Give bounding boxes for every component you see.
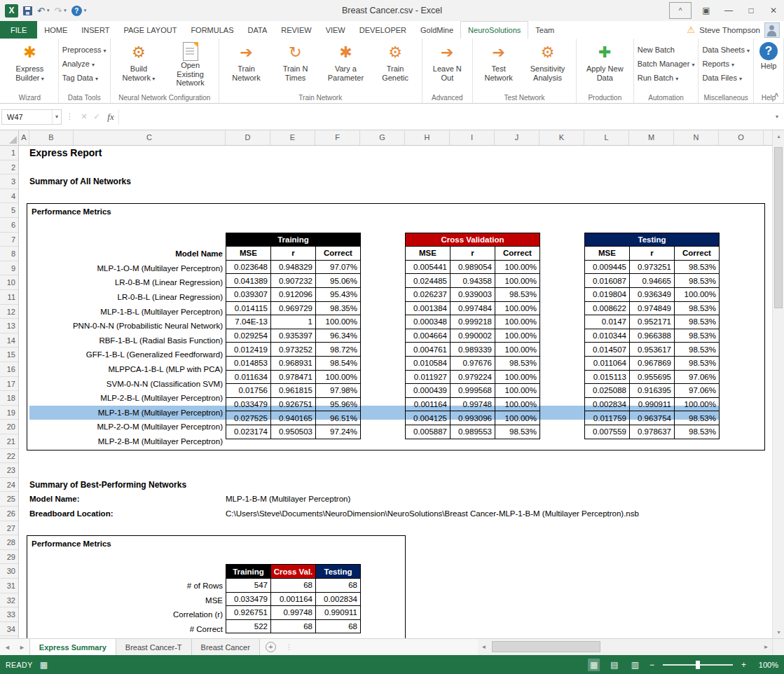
normal-view-icon[interactable]: ▦: [588, 659, 600, 671]
metric-cell[interactable]: 0.935397: [270, 329, 315, 343]
tab-formulas[interactable]: FORMULAS: [184, 21, 240, 39]
metric-cell[interactable]: 0.94665: [629, 274, 674, 288]
metric-cell[interactable]: 0.978637: [629, 425, 674, 439]
metric-cell[interactable]: 0.990911: [316, 606, 361, 620]
zoom-slider[interactable]: [663, 664, 733, 666]
train-genetic-button[interactable]: ⚙Train Genetic: [373, 40, 418, 92]
model-name-cell[interactable]: MLP-1-B-M (Multilayer Perceptron): [29, 406, 226, 420]
metric-cell[interactable]: 0.907232: [270, 274, 315, 288]
vary-a-parameter-button[interactable]: ✱Vary a Parameter: [321, 40, 371, 92]
metric-cell[interactable]: 98.53%: [674, 315, 719, 329]
metric-cell[interactable]: 0.010344: [585, 329, 630, 343]
metric-cell[interactable]: 0.033479: [226, 397, 271, 411]
metric-cell[interactable]: 95.96%: [315, 397, 360, 411]
metric-cell[interactable]: 68: [271, 578, 316, 592]
new-batch-button[interactable]: New Batch: [638, 46, 695, 54]
column-header-F[interactable]: F: [315, 130, 360, 145]
metric-cell[interactable]: 0.023648: [226, 260, 271, 274]
scroll-right-icon[interactable]: ►: [760, 639, 772, 655]
open-existing-network-button[interactable]: Open Existing Network: [165, 40, 215, 92]
report-title[interactable]: Express Report: [29, 146, 102, 160]
tab-home[interactable]: HOME: [37, 21, 74, 39]
metric-row-label[interactable]: # Correct: [29, 622, 226, 637]
metric-cell[interactable]: 100.00%: [495, 397, 539, 411]
metric-cell[interactable]: 0.939003: [450, 287, 495, 301]
metric-cell[interactable]: 0.974849: [629, 301, 674, 315]
sheet-tab-express-summary[interactable]: Express Summary: [29, 639, 116, 655]
metric-cell[interactable]: 0.005887: [406, 425, 451, 439]
metric-cell[interactable]: 0.001164: [271, 592, 316, 606]
metric-cell[interactable]: 0.019804: [585, 287, 630, 301]
metric-cell[interactable]: 0.012419: [226, 343, 271, 357]
metric-cell[interactable]: 0.978471: [270, 370, 315, 384]
metric-cell[interactable]: 98.53%: [674, 343, 719, 357]
scroll-left-icon[interactable]: ◄: [478, 639, 490, 655]
model-name-cell[interactable]: MLP-1-O-M (Multilayer Perceptron): [29, 261, 226, 276]
metric-cell[interactable]: 95.06%: [315, 274, 360, 288]
column-header-I[interactable]: I: [450, 130, 495, 145]
metric-cell[interactable]: 0.026237: [406, 287, 451, 301]
sensitivity-analysis-button[interactable]: ⚙Sensitivity Analysis: [523, 40, 572, 92]
expand-formula-bar-icon[interactable]: ▾: [771, 114, 783, 120]
scroll-up-icon[interactable]: ▴: [773, 130, 784, 142]
metric-cell[interactable]: 98.53%: [674, 425, 719, 439]
metric-cell[interactable]: 0.011634: [226, 370, 271, 384]
metric-cell[interactable]: 0.968931: [270, 356, 315, 370]
metric-cell[interactable]: 97.24%: [315, 425, 360, 439]
metric-cell[interactable]: 0.023174: [226, 425, 271, 439]
metric-cell[interactable]: 0.014507: [585, 343, 630, 357]
sheet-nav-right-icon[interactable]: ►: [15, 639, 29, 655]
tab-neurosolutions[interactable]: NeuroSolutions: [460, 21, 528, 39]
metric-cell[interactable]: 100.00%: [315, 370, 360, 384]
metric-cell[interactable]: 0.010584: [406, 356, 451, 370]
train-n-times-button[interactable]: ↻Train N Times: [272, 40, 319, 92]
metric-cell[interactable]: 0.952171: [629, 315, 674, 329]
metric-cell[interactable]: 98.54%: [315, 356, 360, 370]
metric-cell[interactable]: 98.53%: [674, 356, 719, 370]
tab-insert[interactable]: INSERT: [74, 21, 116, 39]
metric-cell[interactable]: 0.002834: [316, 592, 361, 606]
new-sheet-button[interactable]: +: [266, 639, 276, 655]
metric-cell[interactable]: 96.51%: [315, 411, 360, 425]
metric-cell[interactable]: 0.011064: [585, 356, 630, 370]
horizontal-scrollbar[interactable]: ◄ ►: [478, 639, 772, 655]
express-builder-button[interactable]: ✱Express Builder ▾: [5, 40, 55, 92]
metric-cell[interactable]: 100.00%: [495, 384, 539, 398]
best-model-value[interactable]: MLP-1-B-M (Multilayer Perceptron): [226, 492, 350, 507]
metric-cell[interactable]: 98.53%: [674, 411, 719, 425]
formula-bar-handle[interactable]: ⋮: [62, 112, 78, 121]
model-name-cell[interactable]: SVM-0-N-N (Classification SVM): [29, 377, 226, 392]
analyze-button[interactable]: Analyze ▾: [62, 60, 106, 68]
metric-cell[interactable]: 97.07%: [315, 260, 360, 274]
model-name-cell[interactable]: RBF-1-B-L (Radial Basis Function): [29, 333, 226, 348]
metric-cell[interactable]: 0.001384: [406, 301, 451, 315]
tab-page-layout[interactable]: PAGE LAYOUT: [116, 21, 184, 39]
preprocess-button[interactable]: Preprocess ▾: [62, 46, 106, 54]
metric-cell[interactable]: 0.926751: [270, 397, 315, 411]
insert-function-icon[interactable]: fx: [103, 111, 118, 123]
metric-cell[interactable]: 547: [226, 578, 271, 592]
metric-cell[interactable]: 100.00%: [495, 370, 539, 384]
metric-cell[interactable]: 98.53%: [674, 260, 719, 274]
metric-cell[interactable]: 0.936349: [629, 287, 674, 301]
help-quick-icon[interactable]: ?: [71, 6, 82, 16]
metric-cell[interactable]: 0.990002: [450, 329, 495, 343]
page-layout-view-icon[interactable]: ▤: [608, 659, 620, 671]
metric-cell[interactable]: 98.53%: [674, 329, 719, 343]
metric-cell[interactable]: 100.00%: [674, 397, 719, 411]
metric-cell[interactable]: 0.916395: [629, 384, 674, 398]
zoom-out-icon[interactable]: −: [649, 660, 654, 670]
tag-data-button[interactable]: Tag Data ▾: [62, 74, 106, 82]
metric-cell[interactable]: 0.966388: [629, 329, 674, 343]
excel-logo-icon[interactable]: X: [5, 4, 18, 18]
metric-cell[interactable]: 0.94358: [450, 274, 495, 288]
metric-cell[interactable]: 97.06%: [674, 384, 719, 398]
metric-cell[interactable]: 0.014115: [226, 301, 271, 315]
metric-row-label[interactable]: MSE: [29, 593, 226, 608]
metric-cell[interactable]: 0.926751: [226, 606, 271, 620]
metric-cell[interactable]: 0.969729: [270, 301, 315, 315]
train-network-button[interactable]: ➔Train Network: [223, 40, 270, 92]
metric-cell[interactable]: 1: [270, 315, 315, 329]
column-header-N[interactable]: N: [674, 130, 719, 145]
zoom-level[interactable]: 100%: [755, 661, 778, 669]
